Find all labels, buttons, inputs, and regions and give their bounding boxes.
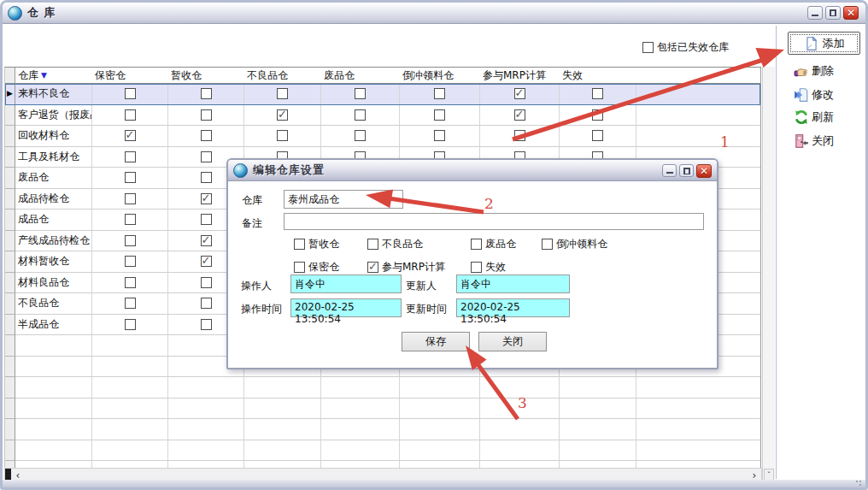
check-cell — [92, 251, 168, 273]
checked-checkbox-icon[interactable] — [277, 109, 288, 121]
unchecked-checkbox-icon[interactable] — [367, 239, 378, 250]
unchecked-checkbox-icon[interactable] — [514, 130, 525, 141]
unchecked-checkbox-icon[interactable] — [471, 239, 482, 250]
unchecked-checkbox-icon[interactable] — [201, 298, 212, 309]
table-row[interactable]: 回收材料仓 — [5, 126, 760, 147]
checked-checkbox-icon[interactable] — [514, 88, 525, 99]
column-header-6[interactable]: 参与MRP计算 — [480, 68, 560, 84]
add-button[interactable]: 添加 — [788, 32, 860, 55]
column-header-2[interactable]: 暂收仓 — [168, 68, 244, 84]
column-header-0[interactable]: 仓库▼ — [15, 68, 92, 84]
unchecked-checkbox-icon[interactable] — [355, 88, 366, 99]
delete-button-label: 删除 — [812, 63, 834, 79]
table-row[interactable]: ▶来料不良仓 — [5, 84, 760, 105]
column-header-4[interactable]: 废品仓 — [321, 68, 400, 84]
unchecked-checkbox-icon[interactable] — [201, 319, 212, 330]
modify-document-icon — [794, 87, 809, 103]
dialog-close-button[interactable]: ✕ — [696, 164, 712, 178]
unchecked-checkbox-icon[interactable] — [355, 130, 366, 141]
unchecked-checkbox-icon[interactable] — [277, 88, 288, 99]
minimize-button[interactable] — [807, 6, 823, 20]
unchecked-checkbox-icon[interactable] — [434, 130, 445, 141]
unchecked-checkbox-icon[interactable] — [592, 88, 603, 99]
save-button[interactable]: 保存 — [402, 332, 470, 351]
check-cell — [168, 84, 244, 105]
uptime-label: 更新时间 — [406, 302, 447, 316]
checked-checkbox-icon[interactable] — [125, 130, 136, 141]
unchecked-checkbox-icon[interactable] — [294, 239, 305, 250]
table-row[interactable]: 客户退货（报废品 — [5, 105, 760, 127]
column-header-5[interactable]: 倒冲领料仓 — [400, 68, 480, 84]
dialog-minimize-button[interactable] — [662, 164, 677, 177]
unchecked-checkbox-icon[interactable] — [592, 130, 603, 141]
unchecked-checkbox-icon[interactable] — [201, 130, 212, 141]
unchecked-checkbox-icon[interactable] — [355, 109, 366, 121]
unchecked-checkbox-icon[interactable] — [434, 88, 445, 99]
option-label: 暂收仓 — [308, 237, 339, 251]
remark-input[interactable] — [284, 213, 704, 230]
check-cell — [92, 105, 168, 127]
unchecked-checkbox-icon[interactable] — [125, 109, 136, 121]
unchecked-checkbox-icon[interactable] — [125, 172, 136, 183]
unchecked-checkbox-icon[interactable] — [125, 193, 136, 204]
column-header-1[interactable]: 保密仓 — [92, 68, 168, 84]
unchecked-checkbox-icon[interactable] — [542, 239, 553, 250]
column-header-3[interactable]: 不良品仓 — [244, 68, 321, 84]
resize-grip[interactable] — [855, 480, 864, 487]
unchecked-checkbox-icon[interactable] — [201, 109, 212, 121]
warehouse-name-cell: 回收材料仓 — [15, 126, 92, 147]
dialog-option-不良品仓[interactable]: 不良品仓 — [367, 237, 423, 251]
refresh-button[interactable]: 刷新 — [794, 109, 834, 126]
action-panel: 添加删除修改刷新关闭 — [777, 26, 865, 479]
unchecked-checkbox-icon[interactable] — [125, 151, 136, 162]
unchecked-checkbox-icon[interactable] — [125, 88, 136, 99]
warehouse-name-cell: 成品待检仓 — [15, 189, 92, 210]
row-selector — [5, 210, 15, 231]
dialog-option-暂收仓[interactable]: 暂收仓 — [294, 237, 339, 251]
delete-button[interactable]: 删除 — [794, 62, 834, 80]
checked-checkbox-icon[interactable] — [201, 193, 212, 204]
unchecked-checkbox-icon[interactable] — [125, 214, 136, 225]
unchecked-checkbox-icon[interactable] — [125, 256, 136, 267]
unchecked-checkbox-icon[interactable] — [125, 235, 136, 246]
dialog-maximize-button[interactable] — [679, 164, 694, 177]
unchecked-checkbox-icon[interactable] — [201, 88, 212, 99]
unchecked-checkbox-icon[interactable] — [201, 214, 212, 225]
dialog-option-参与MRP计算[interactable]: 参与MRP计算 — [367, 260, 445, 275]
include-invalid-checkbox[interactable]: 包括已失效仓库 — [642, 40, 729, 55]
unchecked-checkbox-icon[interactable] — [277, 130, 288, 141]
maximize-button[interactable] — [825, 6, 841, 20]
warehouse-name-cell: 来料不良仓 — [15, 84, 92, 105]
unchecked-checkbox-icon[interactable] — [201, 277, 212, 288]
unchecked-checkbox-icon[interactable] — [125, 277, 136, 288]
unchecked-checkbox-icon[interactable] — [201, 151, 212, 162]
unchecked-checkbox-icon[interactable] — [201, 172, 212, 183]
checked-checkbox-icon[interactable] — [367, 262, 378, 273]
dialog-option-保密仓[interactable]: 保密仓 — [294, 260, 339, 275]
row-selector — [5, 168, 15, 189]
remark-field-label: 备注 — [242, 216, 262, 231]
unchecked-checkbox-icon[interactable] — [125, 298, 136, 309]
unchecked-checkbox-icon[interactable] — [125, 319, 136, 330]
unchecked-checkbox-icon[interactable] — [294, 262, 305, 273]
check-cell — [92, 189, 168, 210]
checked-checkbox-icon[interactable] — [201, 256, 212, 267]
close-button[interactable]: ✕ — [843, 6, 859, 20]
dialog-option-倒冲领料仓[interactable]: 倒冲领料仓 — [542, 237, 607, 251]
column-header-7[interactable]: 失效 — [560, 68, 636, 84]
dialog-close2-button[interactable]: 关闭 — [478, 332, 547, 351]
checked-checkbox-icon[interactable] — [201, 235, 212, 246]
unchecked-checkbox-icon[interactable] — [592, 109, 603, 121]
check-cell — [321, 126, 400, 147]
modify-button[interactable]: 修改 — [794, 86, 834, 103]
optime-value: 2020-02-25 13:50:54 — [290, 298, 402, 317]
checked-checkbox-icon[interactable] — [514, 109, 525, 121]
dialog-option-废品仓[interactable]: 废品仓 — [471, 237, 516, 251]
vertical-scrollbar[interactable]: ˇ — [762, 67, 775, 482]
close-button[interactable]: 关闭 — [794, 133, 834, 150]
dialog-option-失效[interactable]: 失效 — [471, 260, 506, 275]
unchecked-checkbox-icon[interactable] — [471, 262, 482, 273]
unchecked-checkbox-icon[interactable] — [434, 109, 445, 121]
warehouse-input[interactable]: 泰州成品仓 — [284, 190, 403, 209]
checkbox-icon[interactable] — [642, 42, 654, 53]
